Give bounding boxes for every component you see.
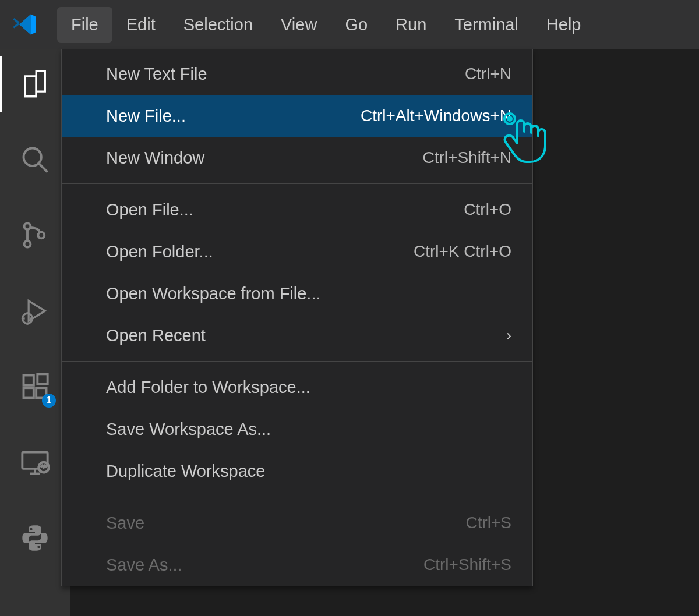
menu-separator <box>62 183 532 184</box>
menu-label: New File... <box>106 107 186 126</box>
menu-shortcut: Ctrl+N <box>465 65 511 83</box>
menu-shortcut: Ctrl+S <box>465 514 511 532</box>
chevron-right-icon: › <box>506 326 511 345</box>
titlebar: File Edit Selection View Go Run Terminal… <box>0 0 699 49</box>
svg-rect-13 <box>37 374 47 384</box>
menu-view[interactable]: View <box>267 7 331 43</box>
menu-shortcut: Ctrl+O <box>464 200 511 219</box>
menu-help[interactable]: Help <box>532 7 595 43</box>
menu-label: Add Folder to Workspace... <box>106 378 310 397</box>
extensions-icon[interactable]: 1 <box>17 369 52 404</box>
menu-new-window[interactable]: New Window Ctrl+Shift+N <box>62 137 532 179</box>
menu-run[interactable]: Run <box>382 7 440 43</box>
search-icon[interactable] <box>17 142 52 177</box>
menu-label: Open Workspace from File... <box>106 284 321 303</box>
menu-label: Save Workspace As... <box>106 420 271 439</box>
svg-rect-11 <box>24 388 34 398</box>
menu-separator <box>62 497 532 497</box>
svg-point-20 <box>508 117 511 121</box>
source-control-icon[interactable] <box>17 218 52 253</box>
svg-point-4 <box>38 232 44 239</box>
menu-shortcut: Ctrl+Alt+Windows+N <box>361 107 511 125</box>
svg-point-2 <box>24 223 31 229</box>
menu-duplicate-workspace[interactable]: Duplicate Workspace <box>62 450 532 492</box>
menu-label: Save <box>106 514 144 533</box>
python-icon[interactable] <box>17 521 52 555</box>
menu-edit[interactable]: Edit <box>112 7 170 43</box>
svg-point-3 <box>24 241 31 247</box>
activity-bar: 1 <box>0 49 70 616</box>
menu-label: Open Recent <box>106 326 206 345</box>
menu-selection[interactable]: Selection <box>170 7 267 43</box>
menu-open-recent[interactable]: Open Recent › <box>62 314 532 356</box>
menu-add-folder-to-workspace[interactable]: Add Folder to Workspace... <box>62 366 532 408</box>
menubar: File Edit Selection View Go Run Terminal… <box>57 0 595 49</box>
menu-label: Duplicate Workspace <box>106 462 265 481</box>
explorer-icon[interactable] <box>17 66 52 101</box>
menu-label: Open File... <box>106 200 193 220</box>
menu-save-workspace-as[interactable]: Save Workspace As... <box>62 408 532 450</box>
menu-label: New Window <box>106 148 204 168</box>
menu-shortcut: Ctrl+K Ctrl+O <box>414 242 511 261</box>
pointer-cursor-icon <box>500 109 546 165</box>
svg-line-1 <box>39 164 48 172</box>
menu-open-workspace-from-file[interactable]: Open Workspace from File... <box>62 272 532 314</box>
extensions-badge: 1 <box>42 394 56 408</box>
menu-new-text-file[interactable]: New Text File Ctrl+N <box>62 53 532 95</box>
menu-separator <box>62 361 532 362</box>
file-menu-dropdown: New Text File Ctrl+N New File... Ctrl+Al… <box>61 49 533 586</box>
svg-rect-10 <box>24 376 34 385</box>
menu-label: Save As... <box>106 555 182 575</box>
menu-label: New Text File <box>106 65 207 84</box>
remote-explorer-icon[interactable] <box>17 445 52 480</box>
menu-open-folder[interactable]: Open Folder... Ctrl+K Ctrl+O <box>62 231 532 272</box>
menu-save-as[interactable]: Save As... Ctrl+Shift+S <box>62 544 532 586</box>
menu-terminal[interactable]: Terminal <box>440 7 532 43</box>
menu-save[interactable]: Save Ctrl+S <box>62 502 532 544</box>
menu-file[interactable]: File <box>57 7 112 43</box>
menu-open-file[interactable]: Open File... Ctrl+O <box>62 189 532 231</box>
svg-point-0 <box>24 148 41 166</box>
menu-shortcut: Ctrl+Shift+N <box>423 148 512 167</box>
menu-new-file[interactable]: New File... Ctrl+Alt+Windows+N <box>62 95 532 137</box>
menu-label: Open Folder... <box>106 242 213 261</box>
run-debug-icon[interactable] <box>17 293 52 328</box>
menu-shortcut: Ctrl+Shift+S <box>423 555 511 574</box>
vscode-logo-icon <box>12 12 37 37</box>
menu-go[interactable]: Go <box>331 7 382 43</box>
